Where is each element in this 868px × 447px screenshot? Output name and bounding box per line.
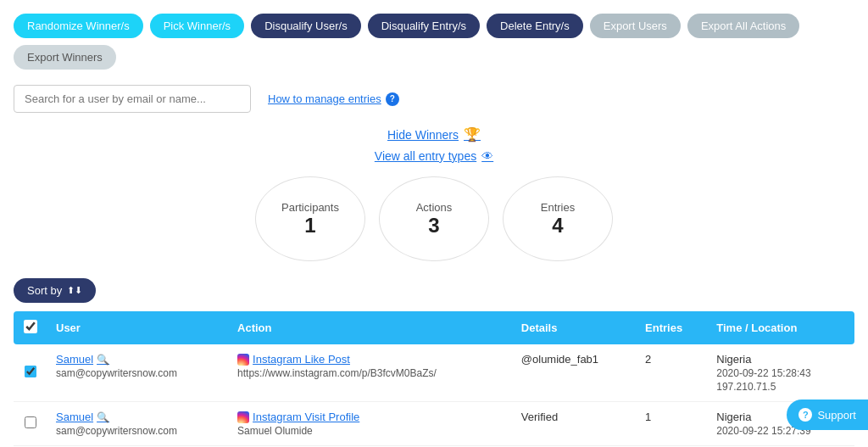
table-header-row: User Action Details Entries Time / Locat… xyxy=(14,311,854,344)
table-container: User Action Details Entries Time / Locat… xyxy=(0,311,868,446)
row-checkbox-0[interactable] xyxy=(25,366,36,377)
search-icon[interactable]: 🔍 xyxy=(97,354,109,366)
instagram-icon xyxy=(237,354,249,366)
question-circle-icon: ? xyxy=(798,408,812,422)
disqualify-entry-button[interactable]: Disqualify Entry/s xyxy=(368,14,480,38)
header-details: Details xyxy=(513,311,637,344)
randomize-winners-button[interactable]: Randomize Winner/s xyxy=(14,14,143,38)
search-section: How to manage entries ? xyxy=(0,78,868,120)
sort-section: Sort by ⬆⬇ xyxy=(0,275,868,311)
search-icon[interactable]: 🔍 xyxy=(97,411,109,423)
stats-row: Participants 1 Actions 3 Entries 4 xyxy=(0,166,868,275)
entries-table: User Action Details Entries Time / Locat… xyxy=(14,311,854,446)
row-checkbox-cell xyxy=(14,402,47,446)
manage-entries-link[interactable]: How to manage entries ? xyxy=(268,92,399,106)
row-details-cell: Verified xyxy=(513,402,637,446)
sort-by-button[interactable]: Sort by ⬆⬇ xyxy=(14,278,96,303)
export-winners-button[interactable]: Export Winners xyxy=(14,45,116,70)
row-entries-cell: 1 xyxy=(637,402,708,446)
entries-stat: Entries 4 xyxy=(503,176,613,261)
row-checkbox-1[interactable] xyxy=(25,416,36,428)
table-row: Samuel 🔍 sam@copywritersnow.com Instagra… xyxy=(14,344,854,402)
search-input[interactable] xyxy=(14,85,251,113)
eye-icon: 👁 xyxy=(481,149,493,163)
row-details-cell: @olumide_fab1 xyxy=(513,344,637,402)
row-location-cell: Nigeria 2020-09-22 15:28:43 197.210.71.5 xyxy=(708,344,854,402)
row-entries-cell: 2 xyxy=(637,344,708,402)
delete-entry-button[interactable]: Delete Entry/s xyxy=(487,14,583,38)
action-url: Samuel Olumide xyxy=(237,425,504,437)
support-button[interactable]: ? Support xyxy=(787,400,868,430)
actions-stat: Actions 3 xyxy=(379,176,489,261)
view-entry-types-link[interactable]: View all entry types 👁 xyxy=(375,149,493,163)
header-user: User xyxy=(47,311,229,344)
header-action: Action xyxy=(229,311,513,344)
participants-stat: Participants 1 xyxy=(255,176,365,261)
sort-arrows-icon: ⬆⬇ xyxy=(67,285,82,296)
row-user-cell: Samuel 🔍 sam@copywritersnow.com xyxy=(47,344,229,402)
select-all-checkbox[interactable] xyxy=(24,320,37,333)
row-user-cell: Samuel 🔍 sam@copywritersnow.com xyxy=(47,402,229,446)
row-checkbox-cell xyxy=(14,344,47,402)
row-action-cell: Instagram Visit Profile Samuel Olumide xyxy=(229,402,513,446)
question-icon: ? xyxy=(386,92,399,106)
export-all-actions-button[interactable]: Export All Actions xyxy=(687,14,799,38)
action-link[interactable]: Instagram Like Post xyxy=(237,353,504,366)
header-time-location: Time / Location xyxy=(708,311,854,344)
row-action-cell: Instagram Like Post https://www.instagra… xyxy=(229,344,513,402)
header-checkbox-cell xyxy=(14,311,47,344)
hide-winners-link[interactable]: Hide Winners 🏆 xyxy=(387,126,481,142)
action-url: https://www.instagram.com/p/B3fcvM0BaZs/ xyxy=(237,367,504,379)
user-email: sam@copywritersnow.com xyxy=(56,425,220,437)
instagram-icon xyxy=(237,411,249,423)
table-row: Samuel 🔍 sam@copywritersnow.com Instagra… xyxy=(14,402,854,446)
pick-winners-button[interactable]: Pick Winner/s xyxy=(150,14,244,38)
action-link[interactable]: Instagram Visit Profile xyxy=(237,411,504,423)
user-link[interactable]: Samuel 🔍 xyxy=(56,353,220,366)
export-users-button[interactable]: Export Users xyxy=(590,14,681,38)
trophy-icon: 🏆 xyxy=(464,126,481,142)
center-links: Hide Winners 🏆 View all entry types 👁 xyxy=(0,120,868,166)
disqualify-user-button[interactable]: Disqualify User/s xyxy=(251,14,361,38)
toolbar: Randomize Winner/s Pick Winner/s Disqual… xyxy=(0,0,868,78)
header-entries: Entries xyxy=(637,311,708,344)
user-link[interactable]: Samuel 🔍 xyxy=(56,411,220,423)
user-email: sam@copywritersnow.com xyxy=(56,367,220,379)
